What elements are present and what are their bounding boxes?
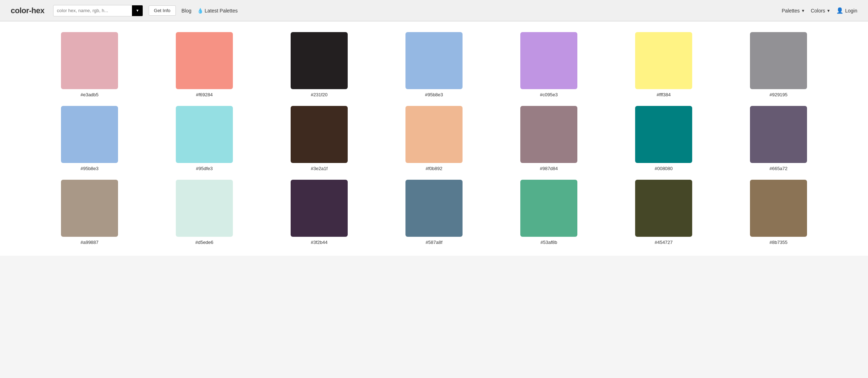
color-item[interactable]: #f69284 (150, 32, 258, 97)
color-label: #8b7355 (770, 240, 788, 245)
site-logo[interactable]: color-hex (11, 6, 45, 15)
color-swatch (291, 180, 348, 237)
color-swatch (405, 180, 463, 237)
color-item[interactable]: #53af8b (495, 180, 603, 245)
color-item[interactable]: #f0b892 (380, 106, 488, 171)
color-swatch (750, 32, 807, 89)
waterdrop-icon: 💧 (197, 8, 203, 14)
search-input[interactable] (53, 6, 132, 15)
color-swatch (520, 180, 577, 237)
color-item[interactable]: #587a8f (380, 180, 488, 245)
color-item[interactable]: #665a72 (725, 106, 832, 171)
color-label: #987d84 (540, 166, 558, 171)
color-swatch (635, 106, 692, 163)
palettes-dropdown[interactable]: Palettes ▼ (782, 8, 805, 14)
color-swatch (405, 32, 463, 89)
color-swatch (176, 106, 233, 163)
color-swatch (291, 32, 348, 89)
color-label: #f69284 (196, 92, 213, 97)
color-label: #53af8b (541, 240, 557, 245)
color-label: #d5ede6 (195, 240, 214, 245)
color-item[interactable]: #8b7355 (725, 180, 832, 245)
palettes-label: Palettes (782, 8, 800, 14)
user-icon: 👤 (836, 7, 843, 14)
color-item[interactable]: #c095e3 (495, 32, 603, 97)
get-info-button[interactable]: Get Info (149, 5, 176, 16)
color-item[interactable]: #e3adb5 (36, 32, 143, 97)
color-swatch (176, 32, 233, 89)
color-label: #3f2b44 (311, 240, 328, 245)
main-content: #e3adb5#f69284#231f20#95b8e3#c095e3#fff3… (0, 21, 868, 256)
color-preview-box[interactable]: ▼ (132, 5, 143, 16)
color-label: #587a8f (426, 240, 443, 245)
login-label: Login (845, 8, 857, 14)
color-item[interactable]: #3e2a1f (265, 106, 373, 171)
color-label: #454727 (655, 240, 673, 245)
color-swatch (61, 106, 118, 163)
color-item[interactable]: #454727 (610, 180, 718, 245)
blog-link[interactable]: Blog (182, 8, 192, 14)
color-swatch (635, 32, 692, 89)
search-wrapper: ▼ (53, 5, 143, 16)
color-swatch (750, 180, 807, 237)
color-swatch (176, 180, 233, 237)
colors-label: Colors (811, 8, 825, 14)
color-item[interactable]: #95b8e3 (380, 32, 488, 97)
latest-palettes-link[interactable]: 💧 Latest Palettes (197, 8, 238, 14)
color-swatch (635, 180, 692, 237)
colors-arrow-icon: ▼ (827, 9, 831, 13)
color-swatch (520, 32, 577, 89)
color-label: #95b8e3 (81, 166, 99, 171)
login-button[interactable]: 👤 Login (836, 7, 857, 14)
color-swatch (61, 180, 118, 237)
color-label: #665a72 (770, 166, 788, 171)
color-label: #231f20 (311, 92, 328, 97)
color-item[interactable]: #95b8e3 (36, 106, 143, 171)
color-label: #929195 (770, 92, 788, 97)
colors-dropdown[interactable]: Colors ▼ (811, 8, 830, 14)
color-swatch (291, 106, 348, 163)
color-item[interactable]: #3f2b44 (265, 180, 373, 245)
color-swatch (61, 32, 118, 89)
color-label: #008080 (655, 166, 673, 171)
site-header: color-hex ▼ Get Info Blog 💧 Latest Palet… (0, 0, 868, 21)
color-swatch (750, 106, 807, 163)
color-item[interactable]: #fff384 (610, 32, 718, 97)
color-label: #3e2a1f (311, 166, 328, 171)
color-label: #95dfe3 (196, 166, 213, 171)
color-swatch (520, 106, 577, 163)
dropdown-arrow-icon: ▼ (136, 9, 139, 12)
color-label: #a99887 (81, 240, 99, 245)
color-label: #c095e3 (540, 92, 558, 97)
color-item[interactable]: #929195 (725, 32, 832, 97)
palettes-arrow-icon: ▼ (801, 9, 805, 13)
color-label: #fff384 (657, 92, 670, 97)
latest-palettes-label: Latest Palettes (205, 8, 238, 14)
color-label: #95b8e3 (425, 92, 443, 97)
color-item[interactable]: #987d84 (495, 106, 603, 171)
color-label: #e3adb5 (81, 92, 99, 97)
color-item[interactable]: #a99887 (36, 180, 143, 245)
color-swatch (405, 106, 463, 163)
color-item[interactable]: #231f20 (265, 32, 373, 97)
color-item[interactable]: #95dfe3 (150, 106, 258, 171)
color-label: #f0b892 (426, 166, 443, 171)
color-item[interactable]: #008080 (610, 106, 718, 171)
color-item[interactable]: #d5ede6 (150, 180, 258, 245)
color-grid: #e3adb5#f69284#231f20#95b8e3#c095e3#fff3… (36, 32, 832, 245)
